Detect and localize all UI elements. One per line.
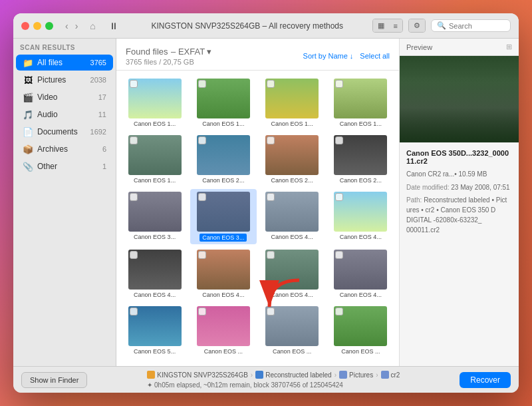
bottom-bar: Show in Finder KINGSTON SNVP325S264GB › …: [13, 366, 519, 393]
preview-format: Canon CR2 ra...• 10.59 MB: [406, 169, 512, 179]
file-item[interactable]: Canon EOS 4...: [259, 247, 325, 301]
file-checkbox[interactable]: [198, 307, 206, 315]
file-item[interactable]: Canon EOS ...: [328, 304, 394, 357]
search-box: 🔍: [431, 19, 511, 32]
file-checkbox[interactable]: [335, 80, 343, 88]
sidebar-label-video: Video: [37, 93, 94, 102]
file-checkbox[interactable]: [198, 80, 206, 88]
file-checkbox[interactable]: [267, 251, 275, 259]
file-checkbox[interactable]: [130, 307, 138, 315]
file-checkbox[interactable]: [335, 251, 343, 259]
file-item[interactable]: Canon EOS 4...: [190, 247, 256, 301]
file-checkbox[interactable]: [335, 136, 343, 144]
preview-header: Preview ⊞: [400, 39, 519, 56]
minimize-button[interactable]: [33, 22, 41, 30]
select-all-button[interactable]: Select all: [360, 52, 390, 60]
sidebar: Scan results 📁 All files 3765 🖼 Pictures…: [13, 39, 116, 366]
file-checkbox[interactable]: [130, 136, 138, 144]
breadcrumb-item: KINGSTON SNVP325S264GB: [147, 371, 248, 379]
file-item[interactable]: Canon EOS 3...: [122, 189, 188, 244]
search-input[interactable]: [449, 22, 509, 30]
file-name: Canon EOS 1...: [340, 120, 382, 127]
window-title: KINGSTON SNVP325S264GB – All recovery me…: [128, 21, 367, 31]
preview-panel: Preview ⊞ Canon EOS 350D...3232_000011.c…: [399, 39, 519, 366]
pause-button[interactable]: ⏸: [105, 19, 122, 33]
file-item[interactable]: Canon EOS 1...: [190, 76, 256, 130]
file-checkbox[interactable]: [130, 251, 138, 259]
sort-button[interactable]: Sort by Name ↓: [303, 52, 354, 60]
file-item[interactable]: Canon EOS ...: [190, 304, 256, 357]
file-name: Canon EOS 3...: [134, 234, 176, 240]
file-checkbox[interactable]: [198, 251, 206, 259]
close-button[interactable]: [21, 22, 29, 30]
file-item[interactable]: Canon EOS 4...: [328, 189, 394, 244]
sidebar-section-label: Scan results: [13, 39, 116, 54]
file-checkbox[interactable]: [267, 136, 275, 144]
fullscreen-button[interactable]: [45, 22, 53, 30]
file-checkbox[interactable]: [335, 307, 343, 315]
file-item[interactable]: Canon EOS ...: [259, 304, 325, 357]
main-content: Scan results 📁 All files 3765 🖼 Pictures…: [13, 39, 519, 366]
sidebar-item-archives[interactable]: 📦 Archives 6: [16, 141, 113, 157]
breadcrumb: KINGSTON SNVP325S264GB › Reconstructed l…: [147, 371, 400, 379]
file-item[interactable]: Canon EOS 2...: [328, 132, 394, 186]
file-checkbox[interactable]: [130, 80, 138, 88]
sidebar-item-all-files[interactable]: 📁 All files 3765: [16, 55, 113, 71]
breadcrumb-status: KINGSTON SNVP325S264GB › Reconstructed l…: [147, 371, 400, 389]
file-item[interactable]: Canon EOS 4...: [122, 247, 188, 301]
file-checkbox[interactable]: [335, 193, 343, 201]
sidebar-item-documents[interactable]: 📄 Documents 1692: [16, 124, 113, 140]
sidebar-item-other[interactable]: 📎 Other 1: [16, 158, 113, 174]
file-checkbox[interactable]: [267, 193, 275, 201]
breadcrumb-label: Pictures: [349, 371, 373, 379]
breadcrumb-icon: [255, 371, 263, 379]
breadcrumb-label: KINGSTON SNVP325S264GB: [157, 371, 248, 379]
preview-label: Preview: [406, 43, 432, 51]
options-button[interactable]: ⚙: [409, 19, 425, 32]
file-item[interactable]: Canon EOS 4...: [259, 189, 325, 244]
preview-filename: Canon EOS 350D...3232_000011.cr2: [406, 149, 512, 165]
files-grid-wrapper[interactable]: Canon EOS 1...Canon EOS 1...Canon EOS 1.…: [116, 71, 399, 366]
file-checkbox[interactable]: [130, 193, 138, 201]
file-thumbnail: [197, 192, 250, 232]
all-files-icon: 📁: [23, 57, 33, 68]
file-item[interactable]: Canon EOS 2...: [190, 132, 256, 186]
main-window: ‹ › ⌂ ⏸ KINGSTON SNVP325S264GB – All rec…: [13, 13, 519, 393]
grid-view-button[interactable]: ▦: [373, 19, 389, 32]
file-item[interactable]: Canon EOS 2...: [259, 132, 325, 186]
file-item[interactable]: Canon EOS 3...: [190, 189, 256, 244]
nav-arrows: ‹ ›: [63, 19, 80, 33]
file-name: Canon EOS 1...: [134, 120, 176, 127]
sidebar-count-all-files: 3765: [90, 59, 106, 67]
home-button[interactable]: ⌂: [86, 19, 99, 33]
file-checkbox[interactable]: [267, 80, 275, 88]
file-thumbnail: [265, 306, 319, 346]
back-button[interactable]: ‹: [63, 19, 71, 33]
preview-expand-icon[interactable]: ⊞: [506, 43, 512, 51]
sidebar-item-pictures[interactable]: 🖼 Pictures 2038: [16, 72, 113, 88]
sidebar-label-pictures: Pictures: [37, 75, 86, 85]
sidebar-label-other: Other: [37, 162, 98, 171]
file-item[interactable]: Canon EOS 1...: [259, 76, 325, 130]
forward-button[interactable]: ›: [72, 19, 81, 33]
sidebar-label-archives: Archives: [37, 144, 98, 154]
sidebar-item-audio[interactable]: 🎵 Audio 11: [16, 106, 113, 122]
file-checkbox[interactable]: [198, 136, 206, 144]
file-name: Canon EOS ...: [341, 348, 380, 355]
file-checkbox[interactable]: [198, 193, 206, 201]
file-name: Canon EOS 4...: [340, 234, 382, 240]
file-item[interactable]: Canon EOS 1...: [122, 76, 188, 130]
file-name: Canon EOS 3...: [200, 234, 247, 242]
show-in-finder-button[interactable]: Show in Finder: [21, 372, 87, 388]
file-checkbox[interactable]: [267, 307, 275, 315]
sidebar-item-video[interactable]: 🎬 Video 17: [16, 89, 113, 105]
file-item[interactable]: Canon EOS 5...: [122, 304, 188, 357]
file-thumbnail: [128, 250, 182, 290]
file-thumbnail: [128, 135, 182, 175]
breadcrumb-item: cr2: [381, 371, 400, 379]
list-view-button[interactable]: ≡: [389, 19, 402, 32]
file-item[interactable]: Canon EOS 1...: [122, 132, 188, 186]
file-item[interactable]: Canon EOS 1...: [328, 76, 394, 130]
recover-button[interactable]: Recover: [460, 372, 511, 388]
file-item[interactable]: Canon EOS 4...: [328, 247, 394, 301]
